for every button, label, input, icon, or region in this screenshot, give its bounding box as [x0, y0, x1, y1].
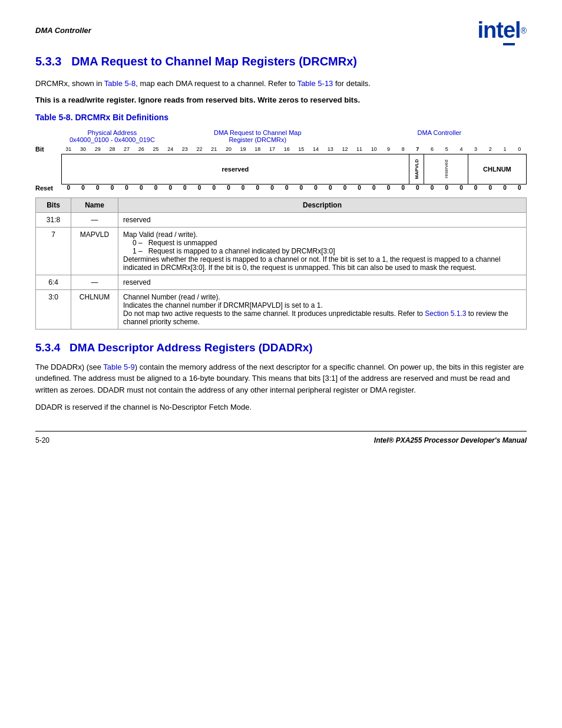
bit-4: 4 [454, 146, 469, 152]
section-534-heading: 5.3.4 DMA Descriptor Address Registers (… [35, 341, 527, 354]
section-533-heading: 5.3.3 DMA Request to Channel Map Registe… [35, 55, 527, 68]
desc-chlnum-line2: Indicates the channel number if DRCMR[MA… [123, 301, 323, 309]
r7: 0 [411, 185, 425, 191]
desc-64: reserved [118, 275, 527, 289]
intel-registered: ® [521, 26, 527, 35]
r9: 0 [381, 185, 396, 191]
bit-27: 27 [120, 146, 134, 152]
bit-3: 3 [468, 146, 483, 152]
bit-19: 19 [236, 146, 250, 152]
bits-318: 31:8 [36, 212, 71, 227]
desc-mapvld-1: 1 – Request is mapped to a channel indic… [123, 247, 335, 255]
chlnum-field: CHLNUM [468, 154, 526, 184]
name-chlnum: CHLNUM [71, 289, 118, 329]
r0: 0 [512, 185, 527, 191]
name-mapvld: MAPVLD [71, 227, 118, 275]
desc-mapvld: Map Valid (read / write). 0 – Request is… [118, 227, 527, 275]
rh-spacer [35, 129, 61, 143]
section-533-title: DMA Request to Channel Map Registers (DR… [71, 55, 357, 68]
table-59-ref[interactable]: Table 5-9 [103, 363, 134, 371]
intel-l-text: l [515, 18, 521, 43]
bit-numbers-container: 31 30 29 28 27 26 25 24 23 22 21 20 19 1… [61, 146, 527, 152]
dma-req-header: DMA Request to Channel Map Register (DRC… [163, 129, 352, 143]
r6: 0 [425, 185, 439, 191]
bit-14: 14 [309, 146, 323, 152]
intel-logo-text: int [478, 18, 503, 43]
r21: 0 [207, 185, 222, 191]
bit-15: 15 [294, 146, 309, 152]
section-533-intro: DRCMRx, shown in Table 5-8, map each DMA… [35, 78, 527, 90]
bit-1: 1 [498, 146, 513, 152]
bit-7: 7 [411, 146, 425, 152]
table-row: 31:8 — reserved [36, 212, 527, 227]
desc-chlnum: Channel Number (read / write). Indicates… [118, 289, 527, 329]
section-534-title: DMA Descriptor Address Registers (DDADRx… [70, 341, 312, 354]
table-row: 7 MAPVLD Map Valid (read / write). 0 – R… [36, 227, 527, 275]
table-513-ref[interactable]: Table 5-13 [297, 79, 333, 88]
dma-ctrl-header: DMA Controller [352, 129, 527, 143]
r13: 0 [323, 185, 338, 191]
bit-row-label: Bit [35, 146, 61, 153]
r5: 0 [439, 185, 454, 191]
section-533-number: 5.3.3 [35, 55, 71, 68]
bit-6: 6 [425, 146, 439, 152]
intel-e-underline: e [503, 18, 515, 43]
page-header: DMA Controller intel® [35, 18, 527, 43]
r30: 0 [76, 185, 91, 191]
r23: 0 [178, 185, 193, 191]
r25: 0 [148, 185, 163, 191]
bit-18: 18 [250, 146, 265, 152]
bit-8: 8 [396, 146, 411, 152]
r24: 0 [163, 185, 178, 191]
bit-12: 12 [338, 146, 352, 152]
r4: 0 [454, 185, 469, 191]
header-title: DMA Controller [35, 26, 91, 35]
bit-5: 5 [439, 146, 454, 152]
bit-26: 26 [134, 146, 148, 152]
desc-mapvld-0: 0 – Request is unmapped [123, 239, 217, 247]
table-header-row: Bits Name Description [36, 197, 527, 212]
table-row: 3:0 CHLNUM Channel Number (read / write)… [36, 289, 527, 329]
bit-9: 9 [381, 146, 396, 152]
desc-318: reserved [118, 212, 527, 227]
r10: 0 [366, 185, 381, 191]
r2: 0 [483, 185, 498, 191]
desc-mapvld-detail: Determines whether the request is mapped… [123, 255, 500, 272]
col-desc: Description [118, 197, 527, 212]
bit-0: 0 [512, 146, 527, 152]
table-58-ref[interactable]: Table 5-8 [104, 79, 135, 88]
reset-label: Reset [35, 185, 61, 192]
mapvld-field: MAPVLD [409, 154, 425, 184]
page-footer: 5-20 Intel® PXA255 Processor Developer's… [35, 431, 527, 444]
table-row: 6:4 — reserved [36, 275, 527, 289]
desc-chlnum-line3: Do not map two active requests to the sa… [123, 309, 508, 326]
reg-cells-container: reserved MAPVLD reserved CHLNUM [61, 154, 527, 185]
footer-doc-title: Intel® PXA255 Processor Developer's Manu… [374, 436, 527, 444]
bit-31: 31 [61, 146, 76, 152]
bold-notice: This is a read/write register. Ignore re… [35, 95, 527, 104]
name-318: — [71, 212, 118, 227]
bit-25: 25 [148, 146, 163, 152]
r20: 0 [222, 185, 236, 191]
page: DMA Controller intel® 5.3.3 DMA Request … [0, 0, 562, 728]
bit-29: 29 [90, 146, 105, 152]
name-64: — [71, 275, 118, 289]
bit-13: 13 [323, 146, 338, 152]
section-513-ref[interactable]: Section 5.1.3 [425, 309, 466, 318]
bit-2: 2 [483, 146, 498, 152]
r3: 0 [468, 185, 483, 191]
bit-11: 11 [352, 146, 367, 152]
bit-numbers-row: Bit 31 30 29 28 27 26 25 24 23 22 21 20 … [35, 146, 527, 153]
r26: 0 [134, 185, 148, 191]
section-534-para2: DDADR is reserved if the channel is No-D… [35, 401, 527, 413]
r1: 0 [498, 185, 513, 191]
r14: 0 [309, 185, 323, 191]
section-534-number: 5.3.4 [35, 341, 70, 354]
reserved-field: reserved [62, 154, 409, 184]
r22: 0 [192, 185, 207, 191]
r11: 0 [352, 185, 367, 191]
reg-visual-spacer [35, 154, 61, 185]
bit-22: 22 [192, 146, 207, 152]
bit-20: 20 [222, 146, 236, 152]
table-58-heading: Table 5-8. DRCMRx Bit Definitions [35, 113, 527, 122]
